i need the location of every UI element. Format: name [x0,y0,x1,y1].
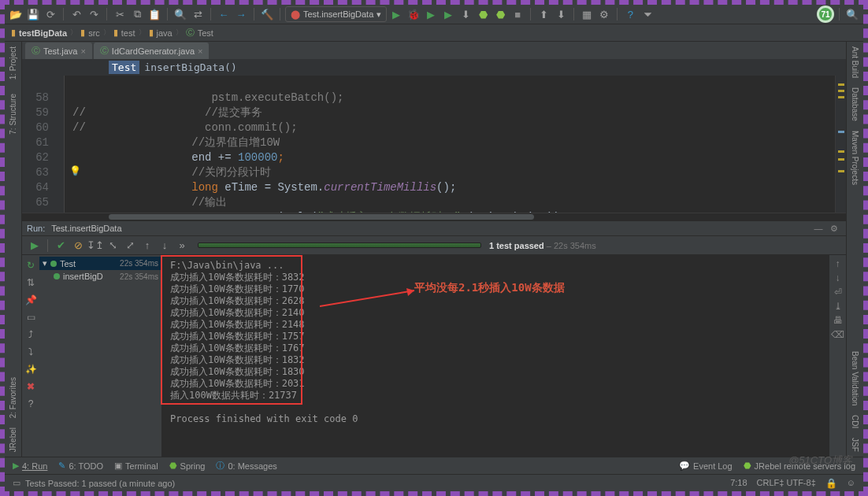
tab-cdi[interactable]: CDI [851,410,859,433]
sort-icon[interactable]: ↧↥ [87,238,103,254]
copy-icon[interactable]: ⧉ [129,6,145,22]
down-icon[interactable]: ↓ [836,272,840,283]
line-ending-encoding[interactable]: CRLF‡ UTF-8‡ [757,478,816,489]
editor-marker-strip[interactable] [835,76,846,213]
tab-messages[interactable]: ⓘ0: Messages [216,460,276,472]
tab-favorites[interactable]: 2: Favorites [9,372,17,423]
paste-icon[interactable]: 📋 [147,6,162,22]
forward-icon[interactable]: → [233,6,249,22]
breadcrumb-method[interactable]: insertBigData() [144,61,236,73]
find-icon[interactable]: 🔍 [172,6,188,22]
vcs-pull-icon[interactable]: ⬇ [553,6,569,22]
vcs-icon[interactable]: ⬆ [536,6,551,22]
structure-icon[interactable]: ▦ [579,6,595,22]
tab-test-java[interactable]: Ⓒ Test.java × [25,43,92,59]
crumb-java[interactable]: java [157,28,172,38]
run-config-dropdown[interactable]: ⬤ Test.insertBigData ▾ [285,6,387,22]
tab-run[interactable]: ▶4: Run [13,461,47,471]
code-editor[interactable]: pstm.executeBatch(); // //提交事务 // conn.c… [65,76,835,213]
tab-ant[interactable]: Ant Build [851,42,859,83]
rerun-icon[interactable]: ↻ [24,258,38,272]
open-icon[interactable]: 📂 [8,6,24,22]
cut-icon[interactable]: ✂ [112,6,128,22]
save-icon[interactable]: 💾 [25,6,41,22]
wrap-icon[interactable]: ⏎ [834,287,842,298]
help-icon[interactable]: ? [24,397,38,411]
minimize-icon[interactable]: — [811,224,825,234]
tab-todo[interactable]: ✎6: TODO [58,461,103,471]
stop-icon[interactable]: ■ [510,6,525,22]
crumb-class-name[interactable]: Test [198,28,213,38]
tab-bean[interactable]: Bean Validation [851,346,859,410]
expand-icon[interactable]: ⤡ [105,238,121,254]
run-tab-config[interactable]: Test.insertBigData [51,224,121,233]
horizontal-scrollbar[interactable] [22,213,846,220]
crumb-test[interactable]: test [121,28,135,38]
search-everywhere-icon[interactable]: 🔍 [844,6,860,22]
breadcrumb-class[interactable]: Test [109,61,139,74]
toggle-icon[interactable]: ⇅ [24,276,38,290]
export-icon[interactable]: ⤴ [24,328,38,342]
tab-idcardgen-java[interactable]: Ⓒ IdCardGenerator.java × [94,43,210,59]
clear-icon[interactable]: ⌫ [831,329,844,340]
up-icon[interactable]: ↑ [836,258,840,269]
hector-icon[interactable]: ☺ [847,478,855,489]
import-icon[interactable]: ⤵ [24,345,38,359]
crumb-project[interactable]: testBigData [19,28,67,38]
build-icon[interactable]: 🔨 [259,6,275,22]
run-icon[interactable]: ▶ [388,6,404,22]
ignore-filter-icon[interactable]: ⊘ [70,238,86,254]
tab-project[interactable]: 1: Project [9,42,17,84]
rerun-icon[interactable]: ▶ [27,238,43,254]
close-icon[interactable]: × [80,46,85,56]
close-icon[interactable]: ✖ [24,379,38,394]
tree-child-row[interactable]: insertBigD 22s 354ms [39,270,161,283]
tab-jrebel-remote[interactable]: ⬣JRebel remote servers log [744,461,855,471]
attach-icon[interactable]: ⬇ [458,6,473,22]
collapse-icon[interactable]: ⤢ [122,238,138,254]
android2-icon[interactable]: ⬣ [492,6,508,22]
help-icon[interactable]: ? [622,6,638,22]
settings-icon[interactable]: ⚙ [596,6,612,22]
undo-icon[interactable]: ↶ [69,6,84,22]
tab-structure[interactable]: 7: Structure [9,89,17,139]
tab-event-log[interactable]: 💬Event Log [679,461,733,471]
tool-window-toggle-icon[interactable]: ▭ [13,478,20,488]
tab-maven[interactable]: Maven Projects [851,126,859,190]
close-icon[interactable]: × [198,46,202,56]
refresh-icon[interactable]: ⟳ [43,6,58,22]
print-icon[interactable]: 🖶 [833,315,843,326]
fold-column[interactable] [54,76,65,213]
tab-spring[interactable]: ⬣Spring [169,461,206,471]
android-icon[interactable]: ⬣ [475,6,491,22]
debug-icon[interactable]: 🐞 [406,6,421,22]
pass-filter-icon[interactable]: ✔ [53,238,69,254]
line-gutter[interactable]: 5859606162636465666768 [22,76,54,213]
tree-root-row[interactable]: ▾ Test 22s 354ms [39,257,161,270]
tab-jsf[interactable]: JSF [851,433,859,457]
prev-icon[interactable]: ↑ [139,238,155,254]
wand-icon[interactable]: ✨ [24,362,38,376]
tab-terminal[interactable]: ▣Terminal [114,461,158,471]
replace-icon[interactable]: ⇄ [190,6,206,22]
expand-icon[interactable]: ▾ [43,258,47,268]
tab-jrebel[interactable]: JRebel [9,423,17,457]
pin-icon[interactable]: 📌 [24,293,38,307]
crumb-src[interactable]: src [88,28,100,38]
bulb-icon[interactable]: 💡 [69,165,81,177]
tab-database[interactable]: Database [851,83,859,126]
inspections-badge[interactable]: 71 [817,6,834,23]
redo-icon[interactable]: ↷ [86,6,102,22]
layout-icon[interactable]: ▭ [24,310,38,324]
scroll-icon[interactable]: ⤓ [834,301,842,312]
more-icon[interactable]: ⏷ [640,6,655,22]
back-icon[interactable]: ← [216,6,232,22]
next-icon[interactable]: ↓ [157,238,172,254]
profile-icon[interactable]: ▶ [440,6,456,22]
test-tree[interactable]: ▾ Test 22s 354ms insertBigD 22s 354ms [39,255,162,457]
caret-position[interactable]: 7:18 [730,478,747,489]
lock-icon[interactable]: 🔒 [825,478,837,489]
settings-icon[interactable]: ⚙ [827,224,841,234]
console-output[interactable]: 平均没每2.1秒插入10W条数据 F:\Java\bin\java ... 成功… [162,255,829,457]
more-icon[interactable]: » [174,238,190,254]
